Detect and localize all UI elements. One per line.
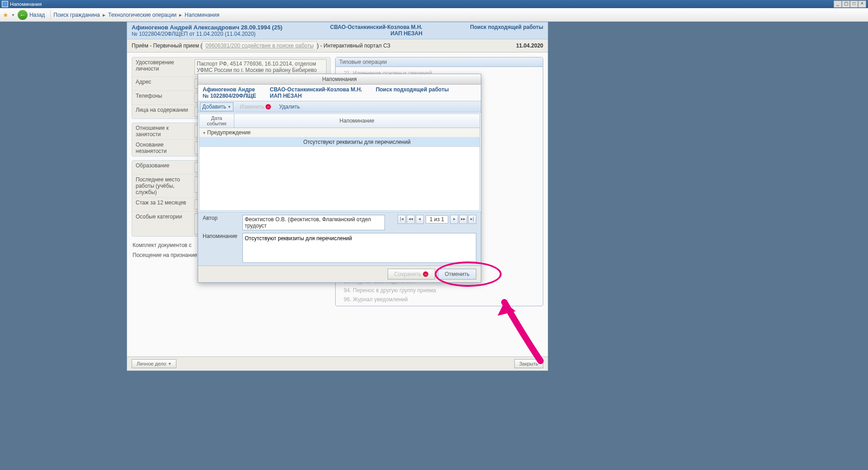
modal-dept: СВАО-Останкинский-Козлова М.Н. (270, 86, 362, 93)
author-label: Автор (203, 215, 239, 221)
breadcrumb: Поиск гражданина ▸ Технологические опера… (50, 10, 219, 19)
modal-search: Поиск подходящей работы (376, 86, 449, 93)
pager-next-icon[interactable]: ▸ (450, 215, 458, 224)
id-doc-label: Удостоверение личности (136, 59, 194, 75)
status-label: ИАП НЕЗАН (330, 30, 422, 37)
reception-date: 11.04.2020 (516, 43, 543, 49)
reminder-label: Напоминание (203, 233, 239, 239)
reception-suffix: ) - Интерактивный портал СЗ (317, 43, 390, 49)
search-type: Поиск подходящей работы (470, 24, 543, 37)
save-button[interactable]: Сохранить– (388, 269, 436, 280)
employment-label: Отношение к занятости (136, 125, 194, 138)
restore-icon[interactable]: ▢ (842, 0, 850, 8)
col-reminder: Напоминание (234, 114, 479, 128)
crumb-tech[interactable]: Технологические операции (108, 12, 176, 18)
person-name: Афиногенов Андрей Александрович 28.09.19… (132, 24, 282, 31)
table-row[interactable]: Отсутствуют реквизиты для перечислений (199, 138, 479, 147)
personal-file-button[interactable]: Личное дело▼ (132, 359, 176, 368)
edit-button[interactable]: Изменить– (238, 103, 273, 111)
dept-label: СВАО-Останкинский-Козлова М.Н. (330, 24, 422, 30)
col-date: Дата события (199, 114, 234, 128)
exp-label: Стаж за 12 месяцев (136, 199, 194, 209)
reminder-textarea[interactable]: Отсутствуют реквизиты для перечислений (242, 233, 476, 263)
back-button[interactable]: ← Назад (18, 10, 45, 20)
app-icon (2, 1, 8, 7)
id-doc-value: Паспорт РФ, 4514 776936, 16.10.2014, отд… (194, 59, 327, 75)
minimize-icon[interactable]: _ (834, 0, 842, 8)
reminders-dialog: Напоминания Афиногенов Андре № 1022804/2… (198, 74, 481, 283)
education-label: Образование (136, 162, 194, 172)
group-row[interactable]: ▾Предупреждение (199, 128, 479, 138)
close-button[interactable]: Закрыть (514, 359, 543, 368)
maximize-icon[interactable]: □ (850, 0, 858, 8)
chevron-down-icon: ▾ (203, 130, 205, 135)
delete-button[interactable]: Удалить (277, 103, 302, 111)
dependents-label: Лица на содержании (136, 107, 194, 117)
author-field[interactable]: Феоктистов О.В. (феоктистов, Флагманский… (242, 215, 385, 230)
cancel-button[interactable]: Отменить (438, 269, 476, 280)
pager-prev-fast-icon[interactable]: ◂◂ (407, 215, 415, 224)
crumb-search[interactable]: Поиск гражданина (53, 12, 100, 18)
chevron-right-icon: ▸ (179, 12, 182, 18)
favorite-icon[interactable]: ★ (3, 11, 9, 19)
add-button[interactable]: Добавить ▼ (200, 102, 233, 111)
modal-person-name: Афиногенов Андре (203, 86, 256, 93)
dialog-title: Напоминания (198, 74, 481, 85)
pager-first-icon[interactable]: |◂ (398, 215, 406, 224)
chevron-right-icon: ▸ (103, 12, 105, 18)
pager-prev-icon[interactable]: ◂ (416, 215, 424, 224)
reception-label: Приём - Первичный прием ( (132, 43, 202, 49)
cancel-icon: – (266, 104, 271, 109)
pager-next-fast-icon[interactable]: ▸▸ (459, 215, 467, 224)
ops-item[interactable]: 96. Журнал уведомлений (336, 295, 543, 304)
pager-last-icon[interactable]: ▸| (468, 215, 476, 224)
dropdown-icon[interactable]: ▼ (11, 13, 15, 17)
reception-link[interactable]: 09606381/200 содействие в поиске работы (202, 41, 317, 50)
window-title: Напоминания (10, 1, 42, 7)
ops-item[interactable]: 94. Перенос в другую группу приема (336, 286, 543, 295)
address-label: Адрес (136, 79, 194, 89)
back-arrow-icon: ← (18, 10, 28, 20)
ops-title: Типовые операции (336, 57, 543, 67)
lastjob-label: Последнее место работы (учёбы, службы) (136, 176, 194, 195)
person-number: № 1022804/20ФЛЩЕП от 11.04.2020 (11.04.2… (132, 31, 282, 37)
crumb-reminders[interactable]: Напоминания (185, 12, 219, 18)
modal-person-num: № 1022804/20ФЛЩЕ (203, 93, 256, 99)
close-icon[interactable]: × (858, 0, 866, 8)
pager-text: 1 из 1 (426, 215, 448, 223)
modal-status: ИАП НЕЗАН (270, 93, 362, 99)
phones-label: Телефоны (136, 93, 194, 103)
unemp-label: Основание незанятости (136, 142, 194, 154)
cat-label: Особые категории (136, 214, 194, 234)
cancel-icon: – (423, 271, 428, 277)
